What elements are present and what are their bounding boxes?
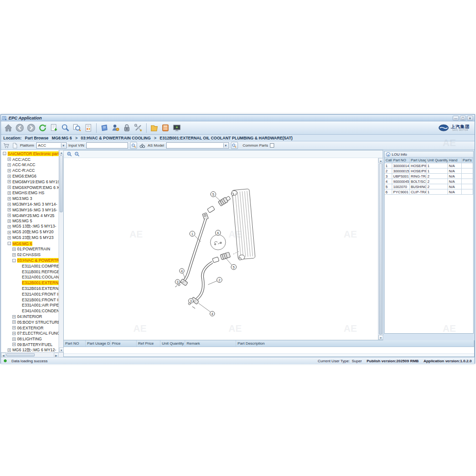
tree-item-label[interactable]: E331A001:AIR PIPE xyxy=(22,303,59,307)
breadcrumb[interactable]: 03:HVAC & POWERTRAIN COOLING xyxy=(81,136,151,140)
collapse-panel-icon[interactable]: ▲ xyxy=(386,152,390,157)
refresh-icon[interactable] xyxy=(37,122,48,133)
tree-item-label[interactable]: 01:POWERTRAIN xyxy=(17,247,50,251)
zoom-search-icon[interactable] xyxy=(60,122,71,133)
collapse-icon[interactable]: - xyxy=(3,152,6,155)
lou-table-row[interactable]: 6PYC9001CLIP-TRAI1N/A xyxy=(385,189,473,195)
tree-item[interactable]: -03:HVAC & POWERTRAIN CO xyxy=(1,258,59,263)
tree-item[interactable]: +EMGHS:EMG HS xyxy=(1,190,59,196)
tree-item[interactable]: +02:CHASSIS xyxy=(1,252,59,258)
tree-item[interactable]: +MG5 23款:MG 5 MY23 xyxy=(1,235,59,241)
parts-table-column-header[interactable]: Part NO xyxy=(64,340,86,347)
tree-item[interactable]: +MG6 12款-:MG 6 MY12- xyxy=(1,347,59,352)
tree-item-label[interactable]: ACC:ACC xyxy=(12,157,30,162)
tree-item[interactable]: +MG5:MG 5 xyxy=(1,218,59,224)
scroll-up-icon[interactable]: ▲ xyxy=(378,158,383,163)
diagram-vertical-scrollbar[interactable]: ▲ ▼ xyxy=(378,158,383,340)
tree-item-label[interactable]: 02:CHASSIS xyxy=(17,252,40,257)
expand-icon[interactable]: + xyxy=(8,208,11,211)
tree-item[interactable]: +MG3:MG 3 xyxy=(1,196,59,201)
tree-item-label[interactable]: ACC-R:ACC xyxy=(12,168,35,173)
tree-item[interactable]: E311A001:COMPRESSOR & xyxy=(1,263,59,269)
tree-item[interactable]: +MG5 13款-:MG 5 MY13- xyxy=(1,224,59,229)
maximize-button[interactable]: ▢ xyxy=(460,116,466,120)
vin-input[interactable] xyxy=(86,142,128,149)
tree-item[interactable]: +MG5 20款:MG 5 MY20 xyxy=(1,229,59,235)
lou-table-row[interactable]: 230000015HOSE/PIP1N/A xyxy=(385,169,473,174)
tree-item[interactable]: +ACC:ACC xyxy=(1,157,59,162)
parts-diagram[interactable]: 1 2 3 3 4 4 5 5 6 xyxy=(64,158,383,340)
expand-icon[interactable]: + xyxy=(12,332,16,335)
back-icon[interactable] xyxy=(14,122,25,133)
screen-capture-icon[interactable] xyxy=(171,122,182,133)
tree-item[interactable]: E341A001:CONDENSER RA xyxy=(1,308,59,314)
tree-item-label[interactable]: MG6 12款-:MG 6 MY12- xyxy=(12,347,56,352)
lou-column-header[interactable]: Part's I xyxy=(462,158,473,163)
parts-table-column-header[interactable]: Unit Quantity xyxy=(160,340,185,347)
parts-table-column-header[interactable]: Price xyxy=(110,340,137,347)
blue-document-icon[interactable] xyxy=(99,122,109,133)
tree-item-label[interactable]: 08:LIGHTING xyxy=(17,337,42,341)
parts-table-column-header[interactable]: Part Usage Desc xyxy=(86,340,110,347)
expand-icon[interactable]: + xyxy=(12,337,16,341)
tree-item-label[interactable]: E321B001:FRONT INTERIO xyxy=(22,298,59,302)
tree-item[interactable]: +EMG6XPOWER:EMG 6 XPOWER xyxy=(1,185,59,190)
tools-icon[interactable] xyxy=(133,122,144,133)
tree-item-label[interactable]: MG5 13款-:MG 5 MY13- xyxy=(12,224,56,229)
expand-icon[interactable]: + xyxy=(8,163,11,167)
tree-item[interactable]: -MG6:MG 6 xyxy=(1,241,59,247)
calculator-icon[interactable] xyxy=(160,122,171,133)
expand-icon[interactable]: + xyxy=(8,225,11,228)
tree-item[interactable]: E321B001:FRONT INTERIO xyxy=(1,297,59,303)
lou-column-header[interactable]: Hand xyxy=(448,158,462,163)
tree-item-label[interactable]: 06:EXTERIOR xyxy=(17,326,43,330)
tree-item[interactable]: +MG4MY25:MG 4 MY25 xyxy=(1,213,59,218)
expand-icon[interactable]: + xyxy=(8,236,11,239)
expand-icon[interactable]: + xyxy=(12,326,16,329)
lou-table-row[interactable]: 130000014HOSE/PIP1N/A xyxy=(385,163,473,169)
scroll-down-icon[interactable]: ▼ xyxy=(59,347,64,352)
lou-column-header[interactable]: Part Usag xyxy=(410,158,426,163)
expand-icon[interactable]: + xyxy=(8,214,11,217)
tree-item[interactable]: +05:BODY STRUCTURE & BOD xyxy=(1,319,59,325)
expand-icon[interactable]: + xyxy=(8,219,11,223)
tree-item[interactable]: +MG3MY14-:MG 3 MY14- xyxy=(1,201,59,207)
tree-vertical-scrollbar[interactable]: ▲ ▼ xyxy=(59,150,63,352)
parts-list-empty-row[interactable] xyxy=(64,347,474,354)
export-icon[interactable] xyxy=(49,122,60,133)
lou-column-header[interactable]: Unit Quantity xyxy=(426,158,448,163)
tree-item[interactable]: +MG3MY16-:MG 3 MY16- xyxy=(1,207,59,213)
as-model-select[interactable]: ▼ xyxy=(166,142,229,149)
tree-item[interactable]: -SAICMOTOR Electronic parts catalog xyxy=(1,151,59,157)
home-icon[interactable] xyxy=(3,122,14,133)
tree-item-label[interactable]: 04:INTERIOR xyxy=(17,314,42,319)
tree-item-label[interactable]: E321A001:FRONT INTERIO xyxy=(22,292,59,297)
parts-table-column-header[interactable]: Ref Price xyxy=(137,340,160,347)
tree-item[interactable]: +ACC-R:ACC xyxy=(1,168,59,173)
tree-item-label[interactable]: MG6:MG 6 xyxy=(12,241,32,246)
tree-item[interactable]: +09:BATTERY/FUEL xyxy=(1,342,59,347)
breadcrumb[interactable]: E312B001:EXTERNAL OIL COOLANT PLUMBING &… xyxy=(160,136,293,140)
minimize-button[interactable]: — xyxy=(453,116,459,120)
binoculars-icon[interactable] xyxy=(139,142,146,149)
expand-icon[interactable]: + xyxy=(12,315,16,318)
platform-select[interactable]: ACC ▼ xyxy=(36,142,67,149)
common-parts-checkbox[interactable] xyxy=(270,143,274,148)
tree-item-label[interactable]: E312A001:COOLANT PLUM xyxy=(22,275,59,279)
vin-search-button[interactable] xyxy=(130,142,137,149)
tree-item-label[interactable]: 09:BATTERY/FUEL xyxy=(17,342,52,347)
lou-table-row[interactable]: 51002070BUSHING2N/A xyxy=(385,184,473,189)
expand-icon[interactable]: + xyxy=(8,158,11,161)
tree-item-label[interactable]: SAICMOTOR Electronic parts catalog xyxy=(8,151,59,156)
tree-item-label[interactable]: 05:BODY STRUCTURE & BOD xyxy=(17,320,59,325)
tree-item[interactable]: E321A001:FRONT INTERIO xyxy=(1,291,59,297)
tree-item-label[interactable]: EMGHS:EMG HS xyxy=(12,190,44,195)
expand-icon[interactable]: + xyxy=(12,248,16,251)
forward-icon[interactable] xyxy=(26,122,37,133)
tree-item-label[interactable]: E311B001:REFRIGERANT P xyxy=(22,269,59,274)
lou-column-header[interactable]: Part NO xyxy=(392,158,410,163)
tree-item[interactable]: +EMG6MY19:EMG 6 MY19 xyxy=(1,179,59,185)
user-admin-icon[interactable] xyxy=(110,122,121,133)
tree-item-label[interactable]: E341A001:CONDENSER RA xyxy=(22,308,59,313)
tree-item-label[interactable]: 03:HVAC & POWERTRAIN CO xyxy=(17,258,59,263)
